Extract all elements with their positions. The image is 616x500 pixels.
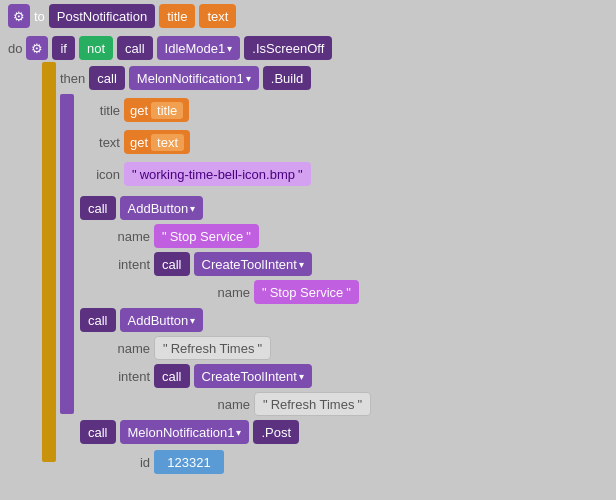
do-if-row: do ⚙ if not call IdleMode1▾ .IsScreenOff xyxy=(8,36,332,60)
intent1-row: intent call CreateToolIntent ▾ xyxy=(100,252,312,276)
refresh-times-2-value: Refresh Times xyxy=(271,397,355,412)
name4-row: name " Refresh Times " xyxy=(200,392,371,416)
is-screen-off-pill[interactable]: .IsScreenOff xyxy=(244,36,332,60)
param2-pill[interactable]: text xyxy=(199,4,236,28)
chevron-icon-6: ▾ xyxy=(299,371,304,382)
canvas: ⚙ to PostNotification title text do ⚙ if… xyxy=(0,0,616,500)
chevron-icon-4: ▾ xyxy=(299,259,304,270)
add-button-2-row: call AddButton ▾ xyxy=(80,308,203,332)
title-row: title get title xyxy=(80,98,189,122)
title-label: title xyxy=(80,103,120,118)
then-label: then xyxy=(60,71,85,86)
refresh-times-1-value: Refresh Times xyxy=(171,341,255,356)
call-label-5[interactable]: call xyxy=(80,308,116,332)
intent2-row: intent call CreateToolIntent ▾ xyxy=(100,364,312,388)
add-button-1-pill[interactable]: AddButton ▾ xyxy=(120,196,204,220)
gear-icon: ⚙ xyxy=(8,4,30,28)
idle-mode-pill[interactable]: IdleMode1▾ xyxy=(157,36,241,60)
id-input[interactable] xyxy=(154,450,224,474)
icon-row: icon " working-time-bell-icon.bmp " xyxy=(80,162,311,186)
to-label: to xyxy=(34,9,45,24)
call-label-1[interactable]: call xyxy=(117,36,153,60)
gear-icon-2: ⚙ xyxy=(26,36,48,60)
get-title-pill[interactable]: get title xyxy=(124,98,189,122)
call-label-3[interactable]: call xyxy=(80,196,116,220)
add-button-2-pill[interactable]: AddButton ▾ xyxy=(120,308,204,332)
stop-service-value: Stop Service xyxy=(170,229,244,244)
call-label-6[interactable]: call xyxy=(154,364,190,388)
then-row: then call MelonNotification1▾ .Build xyxy=(60,66,311,90)
not-label[interactable]: not xyxy=(79,36,113,60)
id-label: id xyxy=(100,455,150,470)
icon-value-pill: " working-time-bell-icon.bmp " xyxy=(124,162,311,186)
create-tool-intent-2-pill[interactable]: CreateToolIntent ▾ xyxy=(194,364,312,388)
melon-notification-2-pill[interactable]: MelonNotification1 ▾ xyxy=(120,420,250,444)
refresh-times-2-pill: " Refresh Times " xyxy=(254,392,371,416)
refresh-times-1-pill: " Refresh Times " xyxy=(154,336,271,360)
chevron-icon: ▾ xyxy=(227,43,232,54)
title-value[interactable]: title xyxy=(151,102,183,119)
chevron-icon-5: ▾ xyxy=(190,315,195,326)
stop-service-pill: " Stop Service " xyxy=(154,224,259,248)
quote1: " xyxy=(162,229,167,244)
stop-service-2-value: Stop Service xyxy=(270,285,344,300)
chevron-icon-3: ▾ xyxy=(190,203,195,214)
call-label-4[interactable]: call xyxy=(154,252,190,276)
add-button-1-row: call AddButton ▾ xyxy=(80,196,203,220)
intent2-label: intent xyxy=(100,369,150,384)
text-label: text xyxy=(80,135,120,150)
name3-row: name " Refresh Times " xyxy=(100,336,271,360)
id-row: id xyxy=(100,450,224,474)
icon-string: working-time-bell-icon.bmp xyxy=(140,167,295,182)
quote-open: " xyxy=(132,167,137,182)
icon-label: icon xyxy=(80,167,120,182)
intent1-label: intent xyxy=(100,257,150,272)
chevron-icon-2: ▾ xyxy=(246,73,251,84)
quote-close: " xyxy=(298,167,303,182)
name3-label: name xyxy=(100,341,150,356)
name4-label: name xyxy=(200,397,250,412)
quote2: " xyxy=(246,229,251,244)
top-row: ⚙ to PostNotification title text xyxy=(8,4,236,28)
call-label-2[interactable]: call xyxy=(89,66,125,90)
stop-service-2-pill: " Stop Service " xyxy=(254,280,359,304)
event-name-pill[interactable]: PostNotification xyxy=(49,4,155,28)
name1-row: name " Stop Service " xyxy=(100,224,259,248)
quote5: " xyxy=(163,341,168,356)
name2-label: name xyxy=(200,285,250,300)
param1-pill[interactable]: title xyxy=(159,4,195,28)
name1-label: name xyxy=(100,229,150,244)
melon-notification-1-pill[interactable]: MelonNotification1▾ xyxy=(129,66,259,90)
text-row: text get text xyxy=(80,130,190,154)
quote8: " xyxy=(357,397,362,412)
quote4: " xyxy=(346,285,351,300)
create-tool-intent-1-pill[interactable]: CreateToolIntent ▾ xyxy=(194,252,312,276)
post-row: call MelonNotification1 ▾ .Post xyxy=(80,420,299,444)
indent-bar-gold xyxy=(42,62,56,462)
build-pill[interactable]: .Build xyxy=(263,66,312,90)
chevron-icon-7: ▾ xyxy=(236,427,241,438)
post-pill[interactable]: .Post xyxy=(253,420,299,444)
quote7: " xyxy=(263,397,268,412)
quote3: " xyxy=(262,285,267,300)
quote6: " xyxy=(257,341,262,356)
get-text-pill[interactable]: get text xyxy=(124,130,190,154)
do-label: do xyxy=(8,41,22,56)
name2-row: name " Stop Service " xyxy=(200,280,359,304)
if-label[interactable]: if xyxy=(52,36,75,60)
call-label-7[interactable]: call xyxy=(80,420,116,444)
indent-bar-purple xyxy=(60,94,74,414)
text-value[interactable]: text xyxy=(151,134,184,151)
